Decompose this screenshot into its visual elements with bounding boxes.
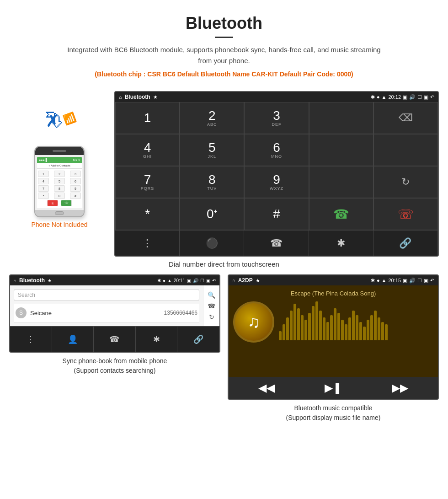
phone-home-button[interactable] — [55, 211, 64, 215]
wifi-arcs-icon: 📶 — [62, 112, 77, 127]
pb-nav-link[interactable]: 🔗 — [177, 327, 219, 352]
back-icon[interactable]: ↶ — [430, 94, 434, 100]
pb-cam-icon[interactable]: ▣ — [187, 278, 191, 283]
dial-key-1[interactable]: 1 — [115, 102, 180, 134]
viz-bar — [312, 306, 315, 340]
dial-key-hash[interactable]: # — [244, 198, 309, 230]
viz-bar — [381, 322, 384, 340]
nav-person-icon[interactable]: ⚫ — [180, 231, 244, 256]
header-description: Integrated with BC6 Bluetooth module, su… — [64, 44, 384, 66]
close-icon[interactable]: ☐ — [417, 94, 422, 100]
dial-key-3[interactable]: 3DEF — [244, 102, 309, 134]
pb-loc-icon: ● — [163, 278, 165, 283]
viz-bar — [319, 311, 322, 340]
viz-bar — [308, 313, 311, 340]
viz-bar — [334, 308, 336, 340]
phone-key-8[interactable]: 8 — [54, 185, 65, 192]
phone-key-9[interactable]: 9 — [70, 185, 81, 192]
viz-bar — [341, 320, 344, 340]
phone-key-1[interactable]: 1 — [38, 171, 49, 177]
dial-key-star[interactable]: * — [115, 198, 180, 230]
phonebook-search[interactable]: Search — [14, 289, 199, 301]
phone-key-4[interactable]: 4 — [38, 178, 49, 184]
music-caption: Bluetooth music compatible (Support disp… — [228, 403, 439, 423]
phone-dial-row: 4 5 6 — [38, 178, 81, 184]
dial-key-4[interactable]: 4GHI — [115, 134, 180, 166]
nav-bluetooth-icon[interactable]: ✱ — [309, 231, 373, 256]
next-button[interactable]: ▶▶ — [392, 381, 408, 394]
pb-back-icon[interactable]: ↶ — [212, 278, 216, 283]
nav-grid-icon[interactable]: ⋮ — [115, 231, 180, 256]
mus-back-icon[interactable]: ↶ — [430, 278, 434, 284]
dial-refresh-cell[interactable]: ↻ — [373, 166, 438, 198]
dial-call-cell[interactable]: ☎ — [309, 198, 373, 230]
viz-bar — [374, 311, 377, 340]
phone-call-btn[interactable]: ☏ — [61, 200, 72, 206]
viz-bar — [297, 308, 300, 340]
pb-time: 20:11 — [174, 278, 185, 283]
phone-key-0[interactable]: 0 — [54, 193, 65, 199]
dial-bottom-nav: ⋮ ⚫ ☎ ✱ 🔗 — [115, 230, 438, 256]
phone-device: ●●● ▌ MYR + Add to Contacts 1 2 3 4 5 6 — [34, 146, 85, 217]
pb-home-icon[interactable]: ⌂ — [14, 278, 16, 283]
dial-key-9[interactable]: 9WXYZ — [244, 166, 309, 198]
pb-status-right: ✱ ● ▲ 20:11 ▣ 🔊 ☐ ▣ ↶ — [157, 278, 216, 283]
play-pause-button[interactable]: ▶❚ — [325, 381, 342, 394]
phone-key-5[interactable]: 5 — [54, 178, 65, 184]
dial-key-0[interactable]: 0+ — [180, 198, 244, 230]
pb-search-side-icon[interactable]: 🔍 — [208, 291, 215, 299]
dial-key-5[interactable]: 5JKL — [180, 134, 244, 166]
dial-key-7[interactable]: 7PQRS — [115, 166, 180, 198]
pb-nav-grid[interactable]: ⋮ — [10, 327, 52, 352]
phonebook-status-bar: ⌂ Bluetooth ★ ✱ ● ▲ 20:11 ▣ 🔊 ☐ ▣ ↶ — [10, 275, 219, 285]
phonebook-side-icons: 🔍 ☎ ↻ — [203, 285, 219, 326]
phone-speaker — [53, 150, 66, 152]
phonebook-caption-text: Sync phone-book from mobile phone (Suppo… — [63, 357, 167, 374]
nav-phone-icon[interactable]: ☎ — [244, 231, 309, 256]
title-divider — [215, 37, 233, 38]
pb-nav-bt[interactable]: ✱ — [136, 327, 178, 352]
phone-key-6[interactable]: 6 — [70, 178, 81, 184]
header-specs: (Bluetooth chip : CSR BC6 Default Blueto… — [64, 69, 384, 79]
add-contact-bar: + Add to Contacts — [37, 163, 82, 169]
home-icon[interactable]: ⌂ — [119, 94, 122, 100]
prev-button[interactable]: ◀◀ — [258, 381, 275, 394]
window-icon[interactable]: ▣ — [424, 94, 428, 100]
phone-bottom-bar — [35, 210, 84, 216]
mus-home-icon[interactable]: ⌂ — [232, 278, 235, 283]
phone-key-hash[interactable]: # — [70, 193, 81, 199]
pb-refresh-side-icon[interactable]: ↻ — [209, 313, 214, 321]
mus-vol-icon[interactable]: 🔊 — [409, 278, 416, 284]
pb-nav-person[interactable]: 👤 — [52, 327, 94, 352]
pb-call-side-icon[interactable]: ☎ — [208, 302, 215, 310]
mus-signal-icon: ▲ — [382, 278, 387, 283]
phone-key-2[interactable]: 2 — [54, 171, 65, 177]
dial-key-8[interactable]: 8TUV — [180, 166, 244, 198]
pb-close-icon[interactable]: ☐ — [200, 278, 204, 283]
viz-bar — [378, 317, 380, 340]
mus-close-icon[interactable]: ☐ — [417, 278, 422, 284]
usb-icon: ★ — [153, 94, 158, 100]
pb-win-icon[interactable]: ▣ — [206, 278, 210, 283]
volume-icon[interactable]: 🔊 — [409, 94, 416, 100]
phone-end-call[interactable]: ⎘ — [47, 200, 58, 206]
nav-link-icon[interactable]: 🔗 — [373, 231, 438, 256]
phone-key-star[interactable]: * — [38, 193, 49, 199]
mus-win-icon[interactable]: ▣ — [424, 278, 428, 284]
mus-cam-icon[interactable]: ▣ — [403, 278, 407, 284]
dial-key-6[interactable]: 6MNO — [244, 134, 309, 166]
music-controls: ◀◀ ▶❚ ▶▶ — [229, 377, 438, 399]
dialpad-grid: 1 2ABC 3DEF ⌫ 4GHI 5JKL — [115, 102, 438, 230]
phone-key-7[interactable]: 7 — [38, 185, 49, 192]
camera-icon[interactable]: ▣ — [403, 94, 407, 100]
viz-bar — [290, 311, 293, 340]
dial-hangup-cell[interactable]: ☏ — [373, 198, 438, 230]
dial-backspace-cell[interactable]: ⌫ — [373, 102, 438, 134]
phone-key-3[interactable]: 3 — [70, 171, 81, 177]
dial-key-2[interactable]: 2ABC — [180, 102, 244, 134]
music-song-title: Escape (The Pina Colada Song) — [233, 290, 433, 297]
pb-nav-phone[interactable]: ☎ — [94, 327, 136, 352]
viz-bar — [304, 320, 307, 340]
dial-android-screen: ⌂ Bluetooth ★ ✱ ● ▲ 20:12 ▣ 🔊 ☐ ▣ ↶ — [114, 91, 439, 257]
pb-vol-icon[interactable]: 🔊 — [193, 278, 198, 283]
